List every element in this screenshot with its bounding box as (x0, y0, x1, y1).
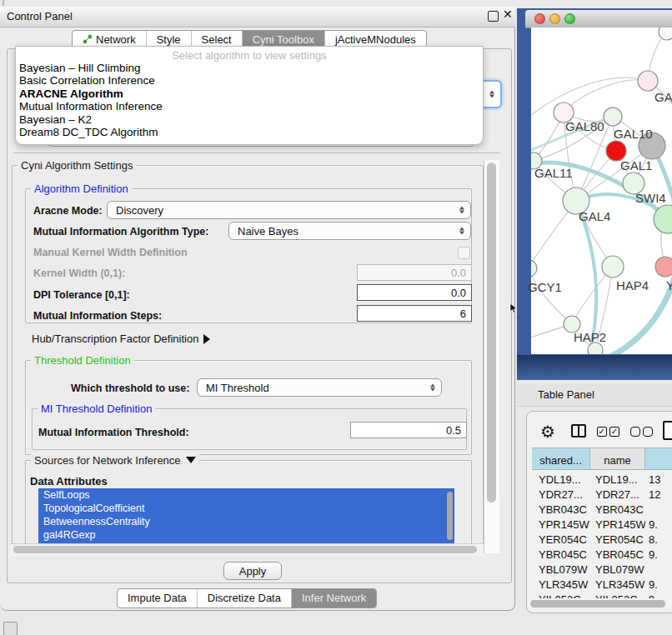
expanded-arrow-icon (186, 457, 196, 463)
scrollbar-thumb[interactable] (530, 600, 665, 608)
node (638, 71, 658, 91)
close-traffic-light-icon[interactable] (534, 13, 545, 24)
aracne-mode-select[interactable]: Discovery (107, 201, 471, 219)
dropdown-item[interactable]: Basic Correlation Inference (16, 74, 483, 87)
node-hap4 (602, 256, 624, 278)
table-horizontal-scrollbar[interactable] (529, 598, 672, 609)
float-window-icon[interactable] (488, 11, 499, 22)
dropdown-item[interactable]: Mutual Information Inference (16, 100, 483, 112)
control-panel-title: Control Panel (7, 10, 73, 22)
node-gcy1 (531, 260, 537, 277)
network-window-titlebar[interactable] (525, 10, 672, 28)
control-panel-titlebar (0, 7, 515, 28)
node-label-partial: Y (666, 278, 672, 292)
mi-type-select[interactable]: Naive Bayes (228, 222, 471, 240)
node-label-hap2: HAP2 (574, 330, 606, 344)
sources-expander[interactable]: Sources for Network Inference (31, 454, 199, 467)
minimized-panel-icon[interactable] (3, 622, 18, 635)
table-row[interactable]: YDR27...YDR27...12 (532, 488, 672, 503)
application-window: Control Panel ✕ Network Style Select Cyn… (0, 0, 672, 635)
column-header-name[interactable]: name (590, 448, 645, 470)
attribute-item[interactable]: SelfLoops (38, 488, 454, 502)
group-title: MI Threshold Definition (38, 402, 155, 415)
zoom-traffic-light-icon[interactable] (564, 13, 575, 24)
table-panel-title: Table Panel (538, 388, 594, 401)
table-row[interactable]: YBR045CYBR045C9. (532, 548, 672, 563)
kernel-width-field[interactable]: 0.0 (357, 264, 472, 281)
network-window-bottom-frame (517, 355, 672, 380)
unchecked-checkbox-icon[interactable] (643, 427, 653, 437)
dropdown-item-selected[interactable]: ARACNE Algorithm (16, 88, 483, 100)
document-icon[interactable] (663, 421, 672, 440)
close-icon[interactable]: ✕ (503, 8, 513, 21)
dropdown-placeholder: Select algorithm to view settings (16, 47, 483, 62)
mi-threshold-field[interactable]: 0.5 (350, 422, 467, 438)
network-icon (83, 34, 93, 44)
data-attributes-list: SelfLoops TopologicalCoefficient Between… (38, 488, 454, 543)
dpi-tolerance-field[interactable]: 0.0 (357, 284, 472, 301)
edge (531, 268, 572, 324)
tab-infer-network[interactable]: Infer Network (292, 589, 376, 608)
settings-horizontal-scrollbar[interactable] (10, 543, 484, 556)
columns-icon[interactable] (571, 424, 586, 438)
node (588, 342, 603, 354)
scrollbar-thumb[interactable] (487, 162, 496, 502)
dropdown-item[interactable]: Dream8 DC_TDC Algorithm (16, 126, 483, 138)
node-label-gcy1: GCY1 (528, 280, 562, 294)
table-row[interactable]: YER054CYER054C8. (532, 533, 672, 548)
table-row[interactable]: YBR043CYBR043C (532, 503, 672, 518)
which-threshold-select[interactable]: MI Threshold (197, 378, 442, 397)
node-label-gal4: GAL4 (579, 209, 610, 223)
group-title: Threshold Definition (31, 354, 134, 367)
tab-discretize-data[interactable]: Discretize Data (198, 589, 292, 608)
dropdown-item[interactable]: Bayesian – Hill Climbing (16, 62, 483, 74)
minimize-traffic-light-icon[interactable] (549, 13, 560, 24)
table-row[interactable]: YDL19...YDL19...13 (532, 473, 672, 488)
list-scrollbar[interactable] (447, 492, 453, 540)
spinner-icon (430, 384, 435, 392)
gear-icon[interactable]: ⚙ (540, 422, 555, 442)
dpi-tolerance-label: DPI Tolerance [0,1]: (33, 289, 130, 301)
node-label-gal11: GAL11 (534, 166, 573, 180)
spinner-icon (459, 228, 464, 235)
node-label-swi4: SWI4 (635, 191, 666, 205)
node-label-partial: GAL (654, 90, 672, 104)
mouse-cursor (509, 302, 519, 318)
spinner-icon (459, 207, 464, 214)
table-row[interactable]: YLR345WYLR345W9. (532, 578, 672, 593)
node-label-gal10: GAL10 (614, 127, 653, 141)
unchecked-checkbox-icon[interactable] (630, 427, 640, 437)
collapsed-arrow-icon (203, 334, 210, 344)
which-threshold-label: Which threshold to use: (71, 382, 189, 394)
bottom-tabs: Impute Data Discretize Data Infer Networ… (117, 588, 377, 608)
column-header-partial[interactable] (645, 448, 672, 470)
settings-vertical-scrollbar[interactable] (484, 160, 499, 553)
node-label-gal80: GAL80 (565, 119, 604, 133)
data-attributes-label: Data Attributes (30, 475, 108, 488)
group-border-line (13, 152, 500, 153)
dropdown-item[interactable]: Bayesian – K2 (16, 113, 483, 126)
node-gal10 (604, 108, 622, 126)
attribute-item[interactable]: BetweennessCentrality (38, 515, 454, 528)
column-header-shared[interactable]: shared... (532, 448, 590, 470)
mi-threshold-label: Mutual Information Threshold: (38, 427, 189, 438)
aracne-mode-label: Aracne Mode: (33, 205, 103, 217)
scrollbar-thumb[interactable] (13, 546, 477, 553)
tab-impute-data[interactable]: Impute Data (118, 589, 198, 608)
manual-kernel-checkbox[interactable] (458, 247, 470, 259)
kernel-width-label: Kernel Width (0,1): (33, 268, 125, 279)
table-row[interactable]: YBL079WYBL079W (532, 563, 672, 578)
mi-steps-field[interactable]: 6 (357, 305, 472, 322)
hub-definition-expander[interactable]: Hub/Transcription Factor Definition (32, 332, 210, 345)
attribute-item[interactable]: gal4RGexp (38, 528, 454, 542)
table-row[interactable]: YPR145WYPR145W9. (532, 518, 672, 533)
apply-button[interactable]: Apply (223, 562, 282, 580)
node-salmon (655, 257, 672, 277)
node (659, 28, 672, 40)
group-title: Cyni Algorithm Settings (18, 159, 136, 172)
group-title: Algorithm Definition (31, 182, 132, 195)
checked-checkbox-icon[interactable]: ✓ (597, 427, 607, 437)
checked-checkbox-icon[interactable]: ✓ (609, 427, 619, 437)
attribute-item[interactable]: TopologicalCoefficient (38, 502, 454, 515)
mi-steps-label: Mutual Information Steps: (33, 310, 162, 322)
